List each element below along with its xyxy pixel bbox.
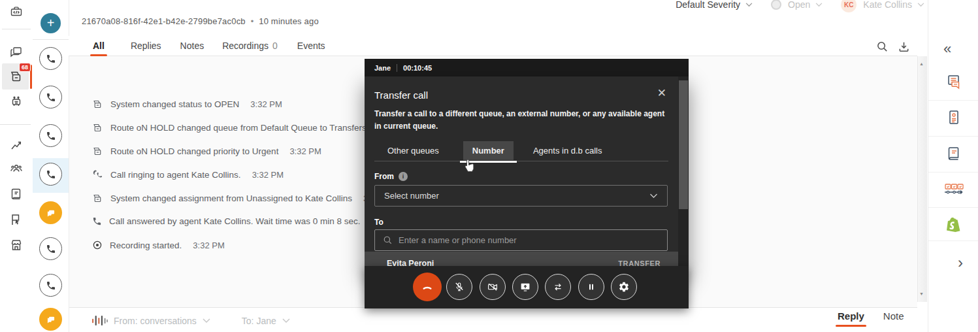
scroll-down-icon[interactable]: ▼	[919, 291, 924, 296]
ticket-header: 21670a08-816f-42e1-b42e-2799be7ac0cb • 1…	[82, 16, 319, 26]
divider	[928, 241, 980, 241]
select-value: Select number	[384, 191, 439, 201]
video-off-button[interactable]	[480, 274, 506, 300]
chevron-down-icon	[815, 3, 823, 7]
chevron-down-icon	[649, 193, 658, 199]
hold-button[interactable]	[578, 274, 604, 300]
new-conversation-button[interactable]: +	[41, 13, 61, 33]
composer-tabs: Reply Note	[838, 310, 904, 327]
call-item-5[interactable]	[39, 237, 62, 260]
status-label: Open	[788, 0, 810, 10]
contacts-icon[interactable]	[0, 157, 33, 180]
from-number-select[interactable]: Select number	[374, 185, 668, 207]
tab-other-queues[interactable]: Other queues	[381, 141, 446, 160]
shopify-icon[interactable]	[928, 213, 979, 237]
mic-off-icon	[453, 281, 465, 293]
hangup-icon	[419, 279, 435, 295]
divider	[928, 172, 980, 173]
to-search-box	[374, 229, 668, 251]
left-nav-rail: 68	[0, 0, 33, 332]
journey-timeline-icon[interactable]	[928, 177, 979, 201]
ticket-id: 21670a08-816f-42e1-b42e-2799be7ac0cb	[82, 16, 246, 26]
bot-icon[interactable]	[0, 90, 33, 113]
call-controls-bar	[365, 266, 689, 308]
scroll-up-icon[interactable]: ▲	[919, 61, 924, 66]
tab-recordings[interactable]: Recordings 0	[222, 36, 278, 56]
transfer-tabs: Other queues Number Agents in d.b calls	[381, 141, 608, 160]
status-dropdown[interactable]: Open	[788, 0, 823, 10]
chevron-down-icon	[745, 3, 753, 7]
agent-avatar: KC	[841, 0, 857, 12]
call-ringing-icon	[92, 169, 103, 180]
transfer-call-button[interactable]	[545, 274, 571, 300]
reply-tab[interactable]: Reply	[838, 310, 864, 327]
knowledge-base-icon[interactable]	[0, 182, 33, 206]
call-settings-button[interactable]	[611, 274, 637, 300]
note-tab[interactable]: Note	[883, 310, 904, 327]
developer-toolbox-icon[interactable]	[0, 0, 33, 24]
tab-all[interactable]: All	[93, 36, 105, 56]
search-icon	[383, 235, 393, 245]
timeline-row: Route oN HOLD changed priority to Urgent…	[92, 146, 321, 157]
call-item-4-selected[interactable]	[39, 163, 62, 186]
chat-item-1[interactable]	[39, 201, 62, 224]
call-item-1[interactable]	[39, 47, 62, 70]
composer-meta: From: conversations To: Jane	[92, 315, 290, 326]
conversation-tabbar: All Replies Notes Recordings 0 Events	[69, 36, 917, 56]
main-scrollbar[interactable]	[917, 56, 927, 302]
chevron-down-icon	[282, 318, 290, 324]
modal-scroll-thumb[interactable]	[679, 80, 688, 209]
divider	[0, 124, 31, 125]
timeline-row: Call answered by agent Kate Collins. Wai…	[92, 216, 403, 226]
call-item-6[interactable]	[39, 274, 62, 297]
to-search-input[interactable]	[399, 235, 647, 245]
composer-to-dropdown[interactable]: To: Jane	[242, 316, 276, 326]
waveform-icon	[92, 315, 108, 326]
agent-name: Kate Collins	[863, 0, 912, 10]
divider	[928, 207, 980, 208]
chevron-down-icon	[917, 3, 924, 7]
severity-label: Default Severity	[676, 0, 740, 10]
collapse-panel-icon[interactable]: «	[943, 41, 950, 58]
ticket-properties-bar: Default Severity Open KC Kate Collins	[676, 0, 924, 13]
marketplace-icon[interactable]	[0, 233, 33, 257]
apps-rail	[928, 0, 980, 332]
tab-replies[interactable]: Replies	[131, 36, 161, 56]
recordings-count: 0	[272, 41, 278, 51]
ticket-time-ago: 10 minutes ago	[259, 16, 319, 26]
analytics-icon[interactable]	[0, 133, 33, 157]
call-item-3[interactable]	[39, 124, 62, 147]
contact-details-icon[interactable]	[928, 106, 979, 129]
system-event-icon	[92, 146, 103, 157]
caller-name: Jane	[374, 64, 391, 72]
expand-panel-icon[interactable]: ›	[958, 254, 963, 272]
conversation-properties-icon[interactable]	[928, 71, 979, 94]
chat-item-2[interactable]	[39, 308, 62, 331]
campaigns-icon[interactable]	[0, 208, 33, 231]
call-timer: 00:10:45	[403, 64, 432, 72]
hangup-button[interactable]	[413, 273, 442, 301]
screen-share-button[interactable]	[512, 274, 538, 300]
tab-events[interactable]: Events	[297, 36, 325, 56]
from-label: From i	[374, 172, 408, 181]
tab-number[interactable]: Number	[463, 141, 514, 160]
assignee-dropdown[interactable]: Kate Collins	[863, 0, 924, 10]
status-circle-icon	[771, 0, 781, 10]
conversations-icon[interactable]	[0, 41, 33, 64]
tab-agents[interactable]: Agents in d.b calls	[527, 141, 609, 160]
composer-from-dropdown[interactable]: From: conversations	[114, 316, 197, 326]
screen-share-icon	[519, 281, 531, 293]
mute-button[interactable]	[446, 274, 472, 300]
call-item-2[interactable]	[39, 86, 62, 108]
pause-icon	[586, 282, 596, 292]
download-icon[interactable]	[898, 41, 910, 56]
modal-scrollbar[interactable]	[678, 76, 689, 274]
severity-dropdown[interactable]: Default Severity	[676, 0, 753, 10]
close-icon[interactable]: ✕	[657, 88, 666, 99]
system-event-icon	[92, 193, 103, 204]
solutions-icon[interactable]	[928, 142, 979, 165]
search-icon[interactable]	[876, 41, 889, 56]
timeline-row: System changed status to OPEN 3:32 PM	[92, 99, 282, 110]
timeline-row: Call ringing to agent Kate Collins. 3:32…	[92, 169, 284, 180]
tab-notes[interactable]: Notes	[180, 36, 204, 56]
